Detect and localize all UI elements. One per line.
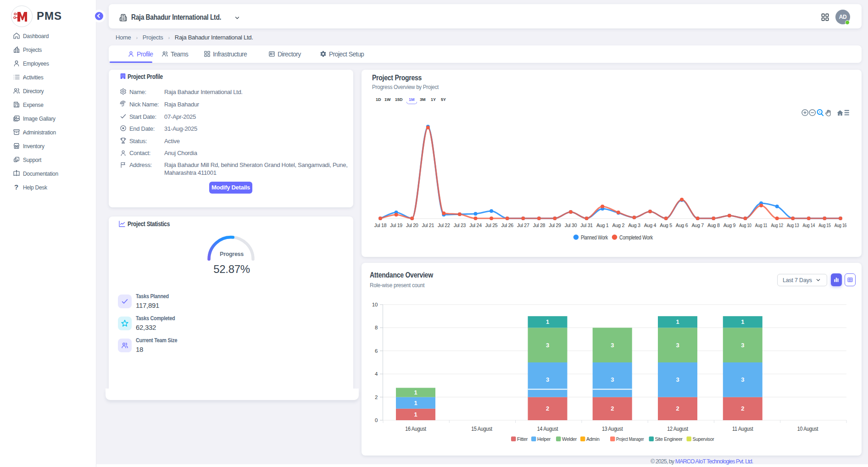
svg-text:Jul 19: Jul 19 [390,222,402,228]
svg-text:Jul 20: Jul 20 [406,222,418,228]
svg-text:Jul 21: Jul 21 [422,222,434,228]
svg-text:3: 3 [611,342,614,349]
svg-text:Aug 11: Aug 11 [755,222,768,228]
svg-text:1: 1 [414,389,417,396]
svg-text:0: 0 [375,417,378,423]
svg-text:Helper: Helper [537,436,551,442]
svg-text:Jul 30: Jul 30 [565,222,577,228]
svg-text:Jul 22: Jul 22 [438,222,450,228]
svg-text:2: 2 [546,405,549,412]
svg-text:15 August: 15 August [471,426,492,432]
svg-text:3: 3 [611,376,614,383]
svg-text:2: 2 [741,405,744,412]
svg-text:10 August: 10 August [797,426,818,432]
svg-text:Aug 7: Aug 7 [691,222,704,228]
svg-text:3: 3 [676,342,679,349]
svg-text:Jul 28: Jul 28 [533,222,545,228]
svg-text:14 August: 14 August [537,426,558,432]
svg-text:Admin: Admin [586,436,600,442]
svg-text:Aug 2: Aug 2 [612,222,625,228]
svg-text:1: 1 [676,318,679,325]
svg-text:Aug 5: Aug 5 [660,222,672,228]
svg-text:12 August: 12 August [667,426,688,432]
svg-text:Aug 10: Aug 10 [739,222,751,228]
svg-text:Aug 1: Aug 1 [596,222,609,228]
svg-text:Jul 23: Jul 23 [454,222,466,228]
svg-text:Aug 8: Aug 8 [707,222,720,228]
svg-text:Fitter: Fitter [517,436,528,442]
svg-text:3: 3 [546,342,549,349]
svg-text:Aug 15: Aug 15 [818,222,831,228]
svg-text:3: 3 [741,342,744,349]
svg-text:2: 2 [611,405,614,412]
svg-text:Aug 4: Aug 4 [644,222,657,228]
svg-text:Project Manager: Project Manager [616,436,644,442]
svg-text:Aug 6: Aug 6 [676,222,688,228]
svg-text:10: 10 [372,302,378,307]
svg-text:Jul 25: Jul 25 [485,222,498,228]
svg-text:Completed Work: Completed Work [619,234,653,241]
svg-text:Site Engineer: Site Engineer [655,436,683,442]
svg-text:1: 1 [414,400,417,406]
svg-text:Jul 29: Jul 29 [549,222,561,228]
svg-text:2: 2 [676,405,679,412]
svg-text:3: 3 [741,376,744,383]
svg-text:Jul 27: Jul 27 [517,222,529,228]
svg-text:Planned Work: Planned Work [581,234,608,241]
svg-text:Welder: Welder [562,436,577,442]
svg-text:1: 1 [546,318,549,325]
svg-text:16 August: 16 August [405,426,426,432]
svg-text:Aug 13: Aug 13 [787,222,799,228]
svg-text:3: 3 [546,376,549,383]
svg-text:6: 6 [375,348,378,354]
svg-text:Aug 9: Aug 9 [723,222,736,228]
svg-text:3: 3 [676,376,679,383]
svg-text:Jul 24: Jul 24 [469,222,482,228]
svg-text:4: 4 [375,371,378,377]
svg-text:8: 8 [375,325,378,330]
svg-text:1: 1 [741,318,744,325]
svg-text:11 August: 11 August [732,426,753,432]
svg-text:Supervisor: Supervisor [693,436,715,442]
svg-text:1: 1 [414,411,417,418]
svg-text:Jul 31: Jul 31 [580,222,593,228]
svg-text:Aug 16: Aug 16 [835,222,847,228]
svg-text:Jul 18: Jul 18 [374,222,387,228]
svg-text:2: 2 [375,395,378,400]
svg-text:Jul 26: Jul 26 [501,222,513,228]
svg-text:13 August: 13 August [602,426,623,432]
svg-text:Aug 14: Aug 14 [803,222,815,228]
svg-text:Aug 3: Aug 3 [628,222,640,228]
svg-text:Aug 12: Aug 12 [771,222,783,228]
